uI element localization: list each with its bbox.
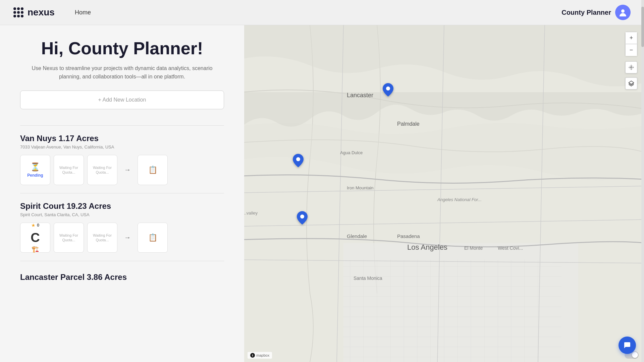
left-panel: Hi, County Planner! Use Nexus to streaml… [0, 25, 244, 362]
star-row: ★ 0 [31, 223, 39, 228]
logo-text: nexus [28, 7, 55, 18]
avatar[interactable] [615, 5, 631, 20]
user-name: County Planner [561, 9, 611, 16]
svg-text:Pasadena: Pasadena [397, 233, 420, 239]
svg-point-48 [300, 215, 304, 219]
svg-text:West Covi...: West Covi... [498, 245, 523, 251]
logo-icon [13, 7, 23, 17]
hourglass-icon: ⏳ [30, 162, 40, 172]
mapbox-attribution: mapbox [248, 352, 272, 359]
service-card-spirit-doc[interactable]: 📋 [138, 223, 168, 253]
service-card-grade[interactable]: ★ 0 C 🏗️ [20, 223, 50, 253]
svg-point-53 [252, 355, 253, 356]
svg-text:Iron Mountain: Iron Mountain [347, 185, 374, 190]
pending-label: Pending [27, 173, 43, 178]
svg-text:Santa Monica: Santa Monica [354, 276, 382, 281]
doc-icon: 📋 [148, 166, 157, 174]
svg-point-0 [621, 9, 625, 13]
zoom-controls: + − [625, 32, 637, 56]
divider-1 [20, 125, 224, 126]
spirit-waiting-text-1: Waiting For Quota... [57, 233, 81, 243]
location-name-lancaster: Lancaster Parcel 3.86 Acres [20, 273, 224, 282]
spirit-waiting-text-2: Waiting For Quota... [90, 233, 114, 243]
zoom-in-button[interactable]: + [625, 32, 637, 44]
waiting-text-1: Waiting For Quota... [57, 165, 81, 175]
zoom-out-button[interactable]: − [625, 44, 637, 56]
toggle-dot [632, 352, 638, 358]
star-icon: ★ [31, 223, 36, 228]
location-name-van-nuys: Van Nuys 1.17 Acres [20, 134, 224, 143]
star-count: 0 [37, 223, 39, 228]
service-card-waiting-2[interactable]: Waiting For Quota... [87, 155, 117, 185]
service-card-spirit-waiting-2[interactable]: Waiting For Quota... [87, 223, 117, 253]
svg-point-50 [629, 65, 633, 69]
header: nexus Home County Planner [0, 0, 644, 25]
location-name-spirit-court: Spirit Court 19.23 Acres [20, 201, 224, 211]
service-card-doc[interactable]: 📋 [138, 155, 168, 185]
map-background: Lancaster Palmdale Agua Dulce Iron Mount… [244, 25, 644, 362]
waiting-text-2: Waiting For Quota... [90, 165, 114, 175]
services-row-van-nuys: ⏳ Pending Waiting For Quota... Waiting F… [20, 155, 224, 185]
divider-3 [20, 261, 224, 261]
map-pin-1[interactable] [383, 83, 393, 99]
location-address-van-nuys: 7033 Valjean Avenue, Van Nuys, Californi… [20, 144, 224, 149]
svg-point-49 [631, 67, 632, 68]
subtitle: Use Nexus to streamline your projects wi… [20, 64, 224, 81]
map-pin-3[interactable] [297, 211, 308, 227]
grade-letter: C [31, 231, 40, 244]
service-card-spirit-waiting-1[interactable]: Waiting For Quota... [54, 223, 84, 253]
scrollbar[interactable] [641, 25, 644, 362]
service-card-pending[interactable]: ⏳ Pending [20, 155, 50, 185]
svg-text:Los Angeles: Los Angeles [407, 243, 447, 251]
mapbox-label: mapbox [256, 353, 269, 357]
spirit-arrow-icon: → [124, 234, 131, 241]
logo[interactable]: nexus [13, 7, 55, 18]
location-address-spirit-court: Spirit Court, Santa Clarita, CA, USA [20, 212, 224, 217]
nav-home[interactable]: Home [75, 9, 91, 16]
svg-text:...valley: ...valley [244, 210, 258, 216]
services-row-spirit-court: ★ 0 C 🏗️ Waiting For Quota... Waiting Fo… [20, 223, 224, 253]
arrow-icon: → [124, 166, 131, 174]
map-panel: Lancaster Palmdale Agua Dulce Iron Mount… [244, 25, 644, 362]
svg-text:Angeles National For...: Angeles National For... [437, 197, 482, 202]
spirit-arrow-button[interactable]: → [121, 223, 134, 253]
layers-button[interactable] [625, 77, 637, 89]
spirit-doc-icon: 📋 [148, 233, 157, 242]
map-controls: + − [625, 32, 637, 89]
chat-button[interactable] [619, 337, 636, 354]
map-pin-2[interactable] [293, 154, 304, 170]
service-card-waiting-1[interactable]: Waiting For Quota... [54, 155, 84, 185]
sub-service-icon: 🏗️ [32, 245, 39, 253]
scroll-thumb [641, 25, 644, 47]
add-location-button[interactable]: + Add New Location [20, 90, 224, 109]
svg-text:Lancaster: Lancaster [347, 92, 373, 99]
svg-text:Palmdale: Palmdale [397, 121, 420, 127]
main-content: Hi, County Planner! Use Nexus to streaml… [0, 25, 644, 362]
locate-button[interactable] [625, 61, 637, 73]
location-card-van-nuys: Van Nuys 1.17 Acres 7033 Valjean Avenue,… [20, 134, 224, 185]
location-card-lancaster: Lancaster Parcel 3.86 Acres [20, 269, 224, 282]
arrow-button[interactable]: → [121, 155, 134, 185]
greeting: Hi, County Planner! [20, 39, 224, 59]
location-card-spirit-court: Spirit Court 19.23 Acres Spirit Court, S… [20, 201, 224, 253]
divider-2 [20, 193, 224, 193]
svg-point-47 [296, 157, 300, 161]
svg-point-46 [386, 86, 390, 90]
header-right: County Planner [561, 5, 631, 20]
svg-text:Glendale: Glendale [347, 233, 367, 239]
svg-text:Agua Dulce: Agua Dulce [340, 150, 363, 155]
svg-text:El Monte: El Monte [464, 245, 483, 251]
